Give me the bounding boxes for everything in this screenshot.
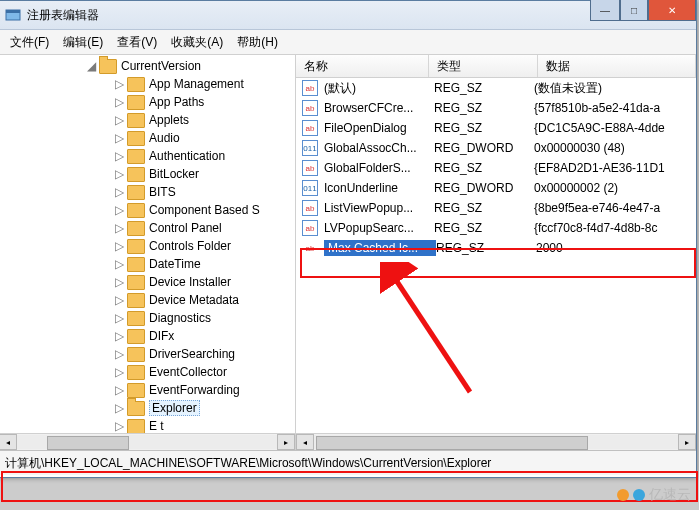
col-header-name[interactable]: 名称 xyxy=(296,55,429,77)
expand-icon[interactable]: ▷ xyxy=(113,383,125,397)
tree-hscrollbar[interactable]: ◂ ▸ xyxy=(0,433,295,450)
list-hscrollbar[interactable]: ◂ ▸ xyxy=(296,433,696,450)
value-row[interactable]: abBrowserCFCre...REG_SZ{57f8510b-a5e2-41… xyxy=(296,98,696,118)
value-data: 0x00000002 (2) xyxy=(534,181,696,195)
folder-icon xyxy=(127,221,145,236)
scroll-right-button[interactable]: ▸ xyxy=(678,434,696,450)
value-data: 0x00000030 (48) xyxy=(534,141,696,155)
scroll-track[interactable] xyxy=(314,435,678,449)
folder-icon xyxy=(127,113,145,128)
folder-icon xyxy=(127,167,145,182)
tree-node[interactable]: ▷Diagnostics xyxy=(0,309,295,327)
tree-node-label: Device Metadata xyxy=(149,293,239,307)
col-header-data[interactable]: 数据 xyxy=(538,55,696,77)
col-header-type[interactable]: 类型 xyxy=(429,55,538,77)
expand-icon[interactable]: ▷ xyxy=(113,239,125,253)
tree-node[interactable]: ▷Controls Folder xyxy=(0,237,295,255)
folder-icon xyxy=(127,203,145,218)
tree-node-parent[interactable]: ◢CurrentVersion xyxy=(0,57,295,75)
value-row[interactable]: 011GlobalAssocCh...REG_DWORD0x00000030 (… xyxy=(296,138,696,158)
expand-icon[interactable]: ▷ xyxy=(113,185,125,199)
expand-icon[interactable]: ▷ xyxy=(113,401,125,415)
close-button[interactable]: ✕ xyxy=(648,0,696,21)
scroll-thumb[interactable] xyxy=(316,436,588,450)
value-type: REG_DWORD xyxy=(434,181,534,195)
watermark-text: 亿速云 xyxy=(649,486,691,504)
expand-icon[interactable]: ▷ xyxy=(113,347,125,361)
list-pane[interactable]: 名称 类型 数据 ab(默认)REG_SZ(数值未设置)abBrowserCFC… xyxy=(296,55,696,450)
tree-node[interactable]: ▷DateTime xyxy=(0,255,295,273)
tree-node[interactable]: ▷App Paths xyxy=(0,93,295,111)
expand-icon[interactable]: ▷ xyxy=(113,203,125,217)
expand-icon[interactable]: ▷ xyxy=(113,311,125,325)
expand-icon[interactable]: ▷ xyxy=(113,95,125,109)
tree-node[interactable]: ▷Control Panel xyxy=(0,219,295,237)
value-name: LVPopupSearc... xyxy=(324,221,434,235)
menu-favorites[interactable]: 收藏夹(A) xyxy=(164,33,230,52)
tree-node-label: Controls Folder xyxy=(149,239,231,253)
tree-node[interactable]: ▷Device Metadata xyxy=(0,291,295,309)
expand-icon[interactable]: ▷ xyxy=(113,329,125,343)
scroll-left-button[interactable]: ◂ xyxy=(296,434,314,450)
minimize-button[interactable]: — xyxy=(590,0,620,21)
scroll-thumb[interactable] xyxy=(47,436,129,450)
value-row[interactable]: abMax Cached Ic...REG_SZ2000 xyxy=(296,238,696,258)
value-type: REG_SZ xyxy=(434,161,534,175)
tree-pane[interactable]: ◢CurrentVersion▷App Management▷App Paths… xyxy=(0,55,296,450)
menu-help[interactable]: 帮助(H) xyxy=(230,33,285,52)
tree-node[interactable]: ▷EventForwarding xyxy=(0,381,295,399)
expand-icon[interactable]: ▷ xyxy=(113,293,125,307)
tree-node[interactable]: ▷EventCollector xyxy=(0,363,295,381)
value-row[interactable]: abListViewPopup...REG_SZ{8be9f5ea-e746-4… xyxy=(296,198,696,218)
folder-icon xyxy=(127,293,145,308)
value-data: {fccf70c8-f4d7-4d8b-8c xyxy=(534,221,696,235)
value-row[interactable]: ab(默认)REG_SZ(数值未设置) xyxy=(296,78,696,98)
tree-node[interactable]: ▷BitLocker xyxy=(0,165,295,183)
value-row[interactable]: abLVPopupSearc...REG_SZ{fccf70c8-f4d7-4d… xyxy=(296,218,696,238)
tree-node-label: App Paths xyxy=(149,95,204,109)
folder-icon xyxy=(127,149,145,164)
value-row[interactable]: abFileOpenDialogREG_SZ{DC1C5A9C-E88A-4dd… xyxy=(296,118,696,138)
expand-icon[interactable]: ▷ xyxy=(113,275,125,289)
value-row[interactable]: 011IconUnderlineREG_DWORD0x00000002 (2) xyxy=(296,178,696,198)
tree-node[interactable]: ▷Device Installer xyxy=(0,273,295,291)
tree-node[interactable]: ▷DriverSearching xyxy=(0,345,295,363)
tree-node[interactable]: ▷DIFx xyxy=(0,327,295,345)
status-bar: 计算机\HKEY_LOCAL_MACHINE\SOFTWARE\Microsof… xyxy=(0,450,696,475)
tree-node[interactable]: ▷App Management xyxy=(0,75,295,93)
value-name: GlobalFolderS... xyxy=(324,161,434,175)
menu-view[interactable]: 查看(V) xyxy=(110,33,164,52)
tree-node[interactable]: ▷Audio xyxy=(0,129,295,147)
value-row[interactable]: abGlobalFolderS...REG_SZ{EF8AD2D1-AE36-1… xyxy=(296,158,696,178)
scroll-right-button[interactable]: ▸ xyxy=(277,434,295,450)
folder-icon xyxy=(127,77,145,92)
expand-icon[interactable]: ▷ xyxy=(113,365,125,379)
expand-icon[interactable]: ▷ xyxy=(113,149,125,163)
expand-icon[interactable]: ▷ xyxy=(113,77,125,91)
expand-icon[interactable]: ▷ xyxy=(113,257,125,271)
titlebar[interactable]: 注册表编辑器 — □ ✕ xyxy=(0,1,696,30)
expand-icon[interactable]: ▷ xyxy=(113,131,125,145)
menu-edit[interactable]: 编辑(E) xyxy=(56,33,110,52)
tree-node-label: DateTime xyxy=(149,257,201,271)
value-name: BrowserCFCre... xyxy=(324,101,434,115)
value-name: GlobalAssocCh... xyxy=(324,141,434,155)
maximize-button[interactable]: □ xyxy=(620,0,648,21)
tree-node[interactable]: ▷Applets xyxy=(0,111,295,129)
expand-icon[interactable]: ▷ xyxy=(113,113,125,127)
tree-node[interactable]: ▷Authentication xyxy=(0,147,295,165)
expand-icon[interactable]: ▷ xyxy=(113,221,125,235)
expand-icon[interactable]: ▷ xyxy=(113,167,125,181)
collapse-icon[interactable]: ◢ xyxy=(85,59,97,73)
tree-node[interactable]: ▷BITS xyxy=(0,183,295,201)
list-header: 名称 类型 数据 xyxy=(296,55,696,78)
folder-icon xyxy=(127,239,145,254)
menu-file[interactable]: 文件(F) xyxy=(3,33,56,52)
tree-node[interactable]: ▷Explorer xyxy=(0,399,295,417)
tree-node[interactable]: ▷Component Based S xyxy=(0,201,295,219)
content-area: ◢CurrentVersion▷App Management▷App Paths… xyxy=(0,55,696,450)
expand-icon[interactable]: ▷ xyxy=(113,419,125,433)
scroll-left-button[interactable]: ◂ xyxy=(0,434,17,450)
tree-node-label: Explorer xyxy=(149,400,200,416)
scroll-track[interactable] xyxy=(17,435,277,449)
